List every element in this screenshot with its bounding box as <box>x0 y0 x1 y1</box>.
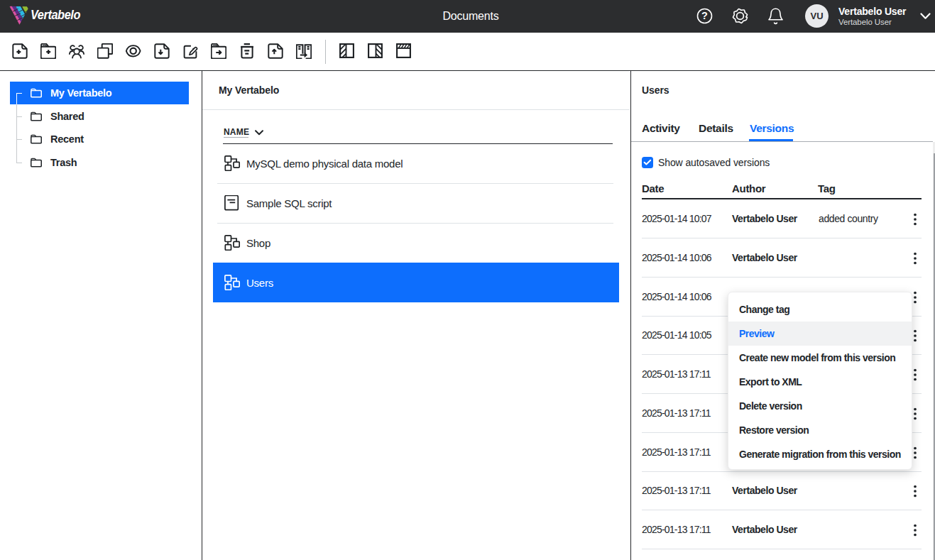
svg-text:?: ? <box>701 10 708 21</box>
